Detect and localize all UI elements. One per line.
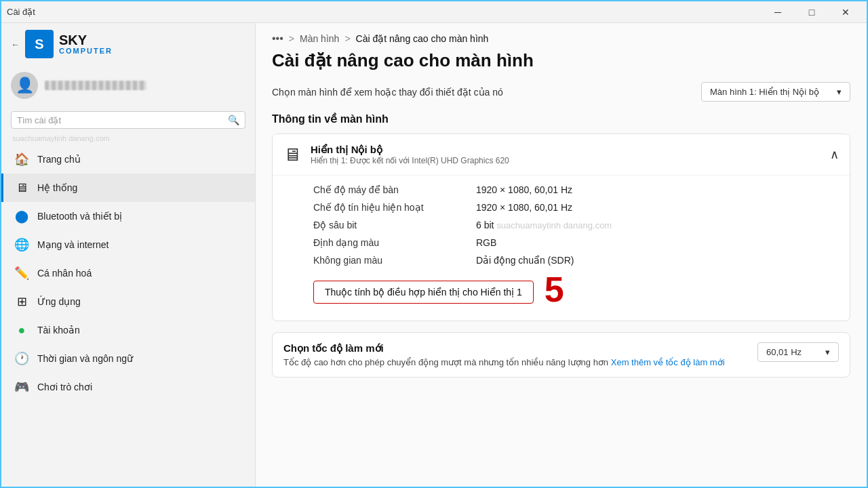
monitor-info-body: Chế độ máy để bàn 1920 × 1080, 60,01 Hz …: [273, 175, 850, 321]
monitor-info-card: 🖥 Hiển thị Nội bộ Hiển thị 1: Được kết n…: [272, 134, 850, 321]
title-bar: Cài đặt ─ □ ✕: [1, 1, 867, 23]
breadcrumb-link[interactable]: Màn hình: [300, 33, 339, 44]
chevron-down-icon: ▾: [825, 347, 830, 357]
sidebar: ← S SKY COMPUTER 👤 Tìm cài đặt 🔍 suachua…: [1, 23, 256, 488]
sidebar-item-bluetooth[interactable]: ⬤ Bluetooth và thiết bị: [1, 202, 255, 230]
sidebar-item-thoi-gian[interactable]: 🕐 Thời gian và ngôn ngữ: [1, 344, 255, 373]
main-content: ••• > Màn hình > Cài đặt nâng cao cho mà…: [256, 23, 867, 488]
user-name: [45, 81, 146, 90]
title-bar-title: Cài đặt: [7, 7, 35, 17]
sidebar-item-label: Trang chủ: [37, 154, 81, 165]
refresh-rate-link[interactable]: Xem thêm về tốc độ làm mới: [611, 357, 725, 367]
bluetooth-icon: ⬤: [14, 209, 29, 224]
info-row-colorformat: Định dạng màu RGB: [313, 234, 839, 251]
refresh-rate-title: Chọn tốc độ làm mới: [283, 342, 725, 354]
adapter-properties-button[interactable]: Thuộc tính bộ điều hợp hiển thị cho Hiển…: [313, 281, 534, 304]
monitor-info-header-left: 🖥 Hiển thị Nội bộ Hiển thị 1: Được kết n…: [283, 144, 509, 165]
home-icon: 🏠: [14, 152, 29, 167]
breadcrumb-sep2: >: [344, 33, 350, 44]
monitor-icon: 🖥: [283, 144, 301, 165]
network-icon: 🌐: [14, 237, 29, 252]
logo-text: SKY COMPUTER: [59, 33, 113, 55]
system-icon: 🖥: [14, 180, 29, 195]
info-value: 6 bit suachuamaytinh danang.com: [476, 220, 612, 230]
gaming-icon: 🎮: [14, 380, 29, 394]
refresh-rate-value: 60,01 Hz: [766, 347, 802, 357]
collapse-button[interactable]: ∧: [830, 147, 839, 162]
search-watermark: suachuamaytinh danang.com: [1, 134, 255, 145]
sidebar-item-he-thong[interactable]: 🖥 Hệ thống: [1, 174, 255, 202]
user-profile: 👤: [1, 65, 255, 106]
monitor-select-label: Chọn màn hình để xem hoặc thay đổi thiết…: [272, 87, 503, 98]
link-btn-row: Thuộc tính bộ điều hợp hiển thị cho Hiển…: [313, 269, 839, 310]
search-icon: 🔍: [228, 115, 239, 125]
personalize-icon: ✏️: [14, 266, 29, 281]
info-key: Độ sâu bit: [313, 220, 476, 230]
info-key: Chế độ máy để bàn: [313, 184, 476, 195]
info-value: Dải động chuẩn (SDR): [476, 255, 574, 266]
info-key: Không gian màu: [313, 255, 476, 266]
refresh-rate-info: Chọn tốc độ làm mới Tốc độ cao hơn cho p…: [283, 342, 725, 367]
sidebar-item-label: Tài khoản: [37, 325, 80, 336]
section-title: Thông tin về màn hình: [272, 113, 850, 125]
monitor-dropdown-value: Màn hình 1: Hiển thị Nội bộ: [710, 87, 819, 97]
sidebar-item-mang[interactable]: 🌐 Mạng và internet: [1, 230, 255, 259]
breadcrumb-dots[interactable]: •••: [272, 33, 283, 45]
accounts-icon: ●: [14, 323, 29, 338]
info-value: 1920 × 1080, 60,01 Hz: [476, 202, 572, 213]
time-icon: 🕐: [14, 351, 29, 366]
app-container: ← S SKY COMPUTER 👤 Tìm cài đặt 🔍 suachua…: [1, 23, 867, 488]
avatar: 👤: [11, 72, 38, 99]
minimize-button[interactable]: ─: [762, 1, 793, 23]
chevron-down-icon: ▾: [837, 87, 842, 97]
info-key: Chế độ tín hiệu hiện hoạt: [313, 202, 476, 213]
title-bar-left: Cài đặt: [7, 7, 35, 17]
sidebar-item-label: Hệ thống: [37, 182, 77, 193]
monitor-dropdown[interactable]: Màn hình 1: Hiển thị Nội bộ ▾: [701, 82, 850, 102]
info-value: 1920 × 1080, 60,01 Hz: [476, 184, 572, 195]
monitor-info-text: Hiển thị Nội bộ Hiển thị 1: Được kết nối…: [311, 144, 509, 165]
sidebar-item-label: Ứng dụng: [37, 296, 81, 307]
page-title: Cài đặt nâng cao cho màn hình: [256, 50, 867, 82]
sidebar-item-label: Chơi trò chơi: [37, 382, 92, 392]
logo-computer: COMPUTER: [59, 47, 113, 55]
refresh-rate-row: Chọn tốc độ làm mới Tốc độ cao hơn cho p…: [283, 342, 839, 367]
info-row-colorspace: Không gian màu Dải động chuẩn (SDR): [313, 251, 839, 269]
sidebar-item-trang-chu[interactable]: 🏠 Trang chủ: [1, 145, 255, 174]
refresh-rate-desc: Tốc độ cao hơn cho phép chuyển động mượt…: [283, 357, 725, 367]
breadcrumb: ••• > Màn hình > Cài đặt nâng cao cho mà…: [256, 23, 867, 50]
sidebar-item-gaming[interactable]: 🎮 Chơi trò chơi: [1, 373, 255, 401]
monitor-select-row: Chọn màn hình để xem hoặc thay đổi thiết…: [272, 82, 850, 102]
content-area: Chọn màn hình để xem hoặc thay đổi thiết…: [256, 82, 867, 378]
info-row-signal: Chế độ tín hiệu hiện hoạt 1920 × 1080, 6…: [313, 199, 839, 216]
logo-icon: S: [25, 30, 54, 58]
step-badge: 5: [545, 269, 564, 310]
breadcrumb-current: Cài đặt nâng cao cho màn hình: [356, 33, 489, 44]
breadcrumb-sep1: >: [289, 33, 294, 44]
refresh-rate-dropdown[interactable]: 60,01 Hz ▾: [757, 342, 839, 362]
sidebar-item-ung-dung[interactable]: ⊞ Ứng dụng: [1, 287, 255, 316]
monitor-name: Hiển thị Nội bộ: [311, 144, 509, 156]
apps-icon: ⊞: [14, 294, 29, 309]
sidebar-item-label: Bluetooth và thiết bị: [37, 211, 122, 222]
sidebar-item-label: Mạng và internet: [37, 239, 109, 250]
sidebar-item-label: Cá nhân hoá: [37, 268, 92, 279]
close-button[interactable]: ✕: [830, 1, 861, 23]
search-box[interactable]: Tìm cài đặt 🔍: [11, 111, 245, 129]
info-key: Định dạng màu: [313, 237, 476, 248]
monitor-sub: Hiển thị 1: Được kết nối với Intel(R) UH…: [311, 156, 509, 165]
watermark: suachuamaytinh danang.com: [496, 220, 612, 230]
info-row-desktop: Chế độ máy để bàn 1920 × 1080, 60,01 Hz: [313, 181, 839, 199]
search-placeholder: Tìm cài đặt: [17, 115, 224, 125]
monitor-info-card-header: 🖥 Hiển thị Nội bộ Hiển thị 1: Được kết n…: [273, 134, 850, 175]
sidebar-nav: 🏠 Trang chủ 🖥 Hệ thống ⬤ Bluetooth và th…: [1, 145, 255, 401]
refresh-rate-card: Chọn tốc độ làm mới Tốc độ cao hơn cho p…: [272, 332, 850, 378]
info-value: RGB: [476, 237, 496, 248]
sidebar-item-tai-khoan[interactable]: ● Tài khoản: [1, 316, 255, 344]
sidebar-item-ca-nhan[interactable]: ✏️ Cá nhân hoá: [1, 259, 255, 287]
logo-area: ← S SKY COMPUTER: [1, 23, 255, 65]
back-button[interactable]: ←: [11, 39, 20, 49]
sidebar-item-label: Thời gian và ngôn ngữ: [37, 353, 133, 364]
logo-sky: SKY: [59, 33, 113, 47]
maximize-button[interactable]: □: [796, 1, 827, 23]
